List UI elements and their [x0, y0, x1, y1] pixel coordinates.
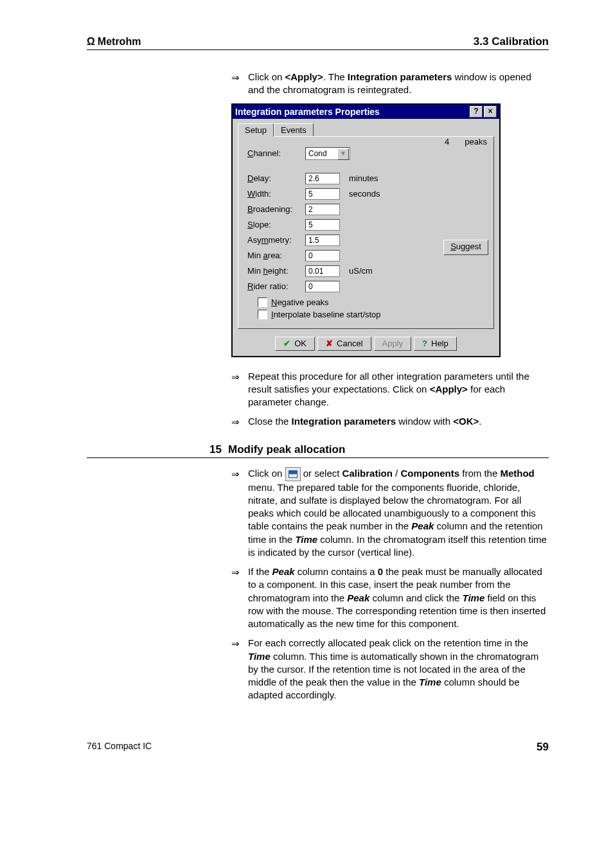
integration-parameters-dialog: Integration parameters Properties ? × Se…: [231, 103, 501, 357]
tab-events[interactable]: Events: [274, 123, 314, 137]
dialog-title: Integration parameters Properties: [235, 107, 468, 117]
minheight-unit: uS/cm: [349, 266, 373, 276]
arrow-icon: ⇒: [231, 71, 243, 97]
footer-left: 761 Compact IC: [87, 741, 152, 754]
section-title: 3.3 Calibration: [474, 35, 549, 48]
components-toolbar-icon[interactable]: [285, 467, 301, 481]
dialog-titlebar: Integration parameters Properties ? ×: [233, 105, 499, 119]
minheight-input[interactable]: [305, 265, 340, 277]
negative-peaks-label: Negative peaks: [271, 297, 329, 307]
asymmetry-input[interactable]: [305, 235, 340, 246]
interpolate-label: Interpolate baseline start/stop: [271, 310, 381, 319]
metrohm-logo-icon: Ω: [87, 36, 95, 48]
slope-input[interactable]: [305, 219, 340, 231]
delay-input[interactable]: [305, 173, 340, 184]
channel-label: Channel:: [247, 148, 300, 158]
peaks-info: 4 peaks: [445, 137, 487, 146]
channel-select[interactable]: Cond ▼: [305, 147, 350, 160]
slope-label: Slope:: [247, 220, 300, 229]
asymmetry-label: Asymmetry:: [247, 235, 300, 245]
riderratio-label: Rider ratio:: [247, 281, 300, 291]
arrow-icon: ⇒: [231, 415, 243, 429]
ok-button[interactable]: ✔OK: [275, 337, 315, 351]
intro-text: Click on <Apply>. The Integration parame…: [248, 71, 549, 97]
suggest-button[interactable]: Suggest: [443, 240, 488, 255]
tab-setup[interactable]: Setup: [238, 123, 274, 137]
arrow-icon: ⇒: [231, 370, 243, 409]
arrow-icon: ⇒: [231, 565, 243, 630]
help-button[interactable]: ?Help: [414, 337, 457, 351]
delay-unit: minutes: [349, 173, 378, 183]
close-text: Close the Integration parameters window …: [248, 415, 549, 429]
delay-label: Delay:: [247, 173, 300, 183]
cancel-button[interactable]: ✘Cancel: [317, 337, 371, 351]
step15-p2: If the Peak column contains a 0 the peak…: [248, 565, 549, 630]
width-input[interactable]: [305, 188, 340, 200]
width-unit: seconds: [349, 189, 380, 199]
question-icon: ?: [422, 339, 427, 348]
page-number: 59: [537, 741, 549, 754]
x-icon: ✘: [326, 339, 333, 348]
help-icon[interactable]: ?: [470, 106, 483, 118]
step15-p1: Click on or select Calibration / Compone…: [248, 467, 549, 560]
step-number: 15: [199, 443, 222, 456]
minheight-label: Min height:: [247, 266, 300, 276]
negative-peaks-checkbox[interactable]: [258, 297, 267, 307]
interpolate-checkbox[interactable]: [258, 310, 267, 319]
repeat-text: Repeat this procedure for all other inte…: [248, 370, 549, 409]
broadening-label: Broadening:: [247, 204, 300, 214]
broadening-input[interactable]: [305, 204, 340, 215]
brand: Ω Metrohm: [87, 36, 141, 48]
peaks-label: peaks: [465, 137, 487, 146]
minarea-label: Min area:: [247, 251, 300, 260]
width-label: Width:: [247, 189, 300, 199]
chevron-down-icon: ▼: [337, 148, 349, 160]
minarea-input[interactable]: [305, 250, 340, 261]
check-icon: ✔: [283, 339, 290, 348]
close-icon[interactable]: ×: [484, 106, 497, 118]
apply-button[interactable]: Apply: [374, 337, 412, 351]
step15-p3: For each correctly allocated peak click …: [248, 637, 549, 702]
arrow-icon: ⇒: [231, 637, 243, 702]
brand-text: Metrohm: [98, 36, 141, 48]
arrow-icon: ⇒: [231, 467, 243, 560]
step-title: Modify peak allocation: [228, 443, 345, 456]
riderratio-input[interactable]: [305, 281, 340, 292]
peaks-count: 4: [445, 137, 449, 146]
